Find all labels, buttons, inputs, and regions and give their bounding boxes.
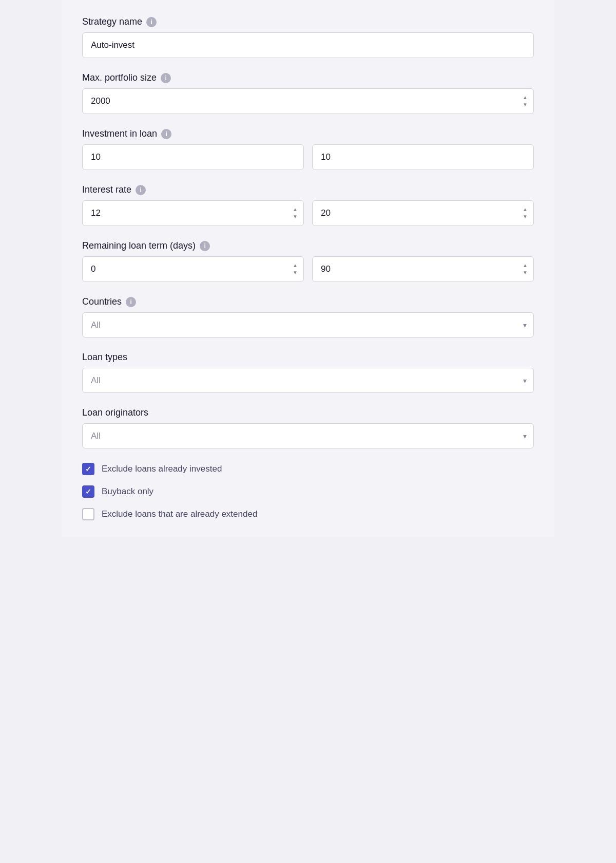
checkbox-item-buyback-only[interactable]: ✓ Buyback only bbox=[82, 485, 534, 498]
countries-group: Countries i All ▾ bbox=[82, 296, 534, 337]
loan-types-select-wrapper: All ▾ bbox=[82, 368, 534, 393]
checkbox-exclude-already-invested[interactable]: ✓ bbox=[82, 463, 94, 475]
interest-rate-info-icon[interactable]: i bbox=[136, 185, 146, 195]
remaining-loan-term-max-input[interactable] bbox=[312, 256, 534, 282]
max-portfolio-size-increment[interactable]: ▲ bbox=[522, 95, 529, 101]
investment-in-loan-label-text: Investment in loan bbox=[82, 128, 157, 139]
remaining-loan-term-max-increment[interactable]: ▲ bbox=[522, 262, 529, 269]
loan-originators-group: Loan originators All ▾ bbox=[82, 407, 534, 448]
strategy-name-label: Strategy name i bbox=[82, 16, 534, 27]
checkboxes-group: ✓ Exclude loans already invested ✓ Buyba… bbox=[82, 463, 534, 520]
interest-rate-max-spinner-buttons: ▲ ▼ bbox=[522, 207, 529, 220]
loan-types-group: Loan types All ▾ bbox=[82, 352, 534, 393]
countries-label-text: Countries bbox=[82, 296, 122, 307]
countries-select-wrapper: All ▾ bbox=[82, 312, 534, 337]
loan-originators-label-text: Loan originators bbox=[82, 407, 148, 418]
interest-rate-label: Interest rate i bbox=[82, 184, 534, 195]
interest-rate-min-spinner-buttons: ▲ ▼ bbox=[292, 207, 299, 220]
interest-rate-group: Interest rate i ▲ ▼ ▲ ▼ bbox=[82, 184, 534, 226]
loan-originators-select-wrapper: All ▾ bbox=[82, 423, 534, 448]
interest-rate-min-wrapper: ▲ ▼ bbox=[82, 200, 304, 226]
max-portfolio-size-info-icon[interactable]: i bbox=[161, 73, 171, 83]
remaining-loan-term-min-input[interactable] bbox=[82, 256, 304, 282]
remaining-loan-term-max-spinner-buttons: ▲ ▼ bbox=[522, 262, 529, 276]
strategy-name-group: Strategy name i bbox=[82, 16, 534, 58]
checkbox-label-buyback-only: Buyback only bbox=[102, 486, 153, 497]
interest-rate-max-increment[interactable]: ▲ bbox=[522, 207, 529, 213]
remaining-loan-term-group: Remaining loan term (days) i ▲ ▼ ▲ ▼ bbox=[82, 240, 534, 282]
investment-in-loan-max-input[interactable] bbox=[312, 144, 534, 170]
countries-info-icon[interactable]: i bbox=[126, 297, 136, 307]
checkbox-buyback-only[interactable]: ✓ bbox=[82, 485, 94, 498]
loan-types-label-text: Loan types bbox=[82, 352, 127, 363]
countries-label: Countries i bbox=[82, 296, 534, 307]
max-portfolio-size-group: Max. portfolio size i ▲ ▼ bbox=[82, 72, 534, 114]
checkbox-item-exclude-already-invested[interactable]: ✓ Exclude loans already invested bbox=[82, 463, 534, 475]
max-portfolio-size-decrement[interactable]: ▼ bbox=[522, 102, 529, 108]
remaining-loan-term-max-decrement[interactable]: ▼ bbox=[522, 270, 529, 276]
strategy-name-input[interactable] bbox=[82, 32, 534, 58]
interest-rate-min-decrement[interactable]: ▼ bbox=[292, 214, 299, 220]
strategy-name-label-text: Strategy name bbox=[82, 16, 142, 27]
investment-in-loan-row bbox=[82, 144, 534, 170]
interest-rate-label-text: Interest rate bbox=[82, 184, 131, 195]
investment-in-loan-group: Investment in loan i bbox=[82, 128, 534, 170]
checkbox-item-exclude-already-extended[interactable]: Exclude loans that are already extended bbox=[82, 508, 534, 520]
strategy-form: Strategy name i Max. portfolio size i ▲ … bbox=[62, 0, 554, 537]
interest-rate-max-decrement[interactable]: ▼ bbox=[522, 214, 529, 220]
remaining-loan-term-min-spinner-buttons: ▲ ▼ bbox=[292, 262, 299, 276]
checkbox-label-exclude-already-extended: Exclude loans that are already extended bbox=[102, 509, 257, 519]
interest-rate-row: ▲ ▼ ▲ ▼ bbox=[82, 200, 534, 226]
loan-types-label: Loan types bbox=[82, 352, 534, 363]
max-portfolio-size-spinner-buttons: ▲ ▼ bbox=[522, 95, 529, 108]
remaining-loan-term-label: Remaining loan term (days) i bbox=[82, 240, 534, 251]
remaining-loan-term-row: ▲ ▼ ▲ ▼ bbox=[82, 256, 534, 282]
max-portfolio-size-input[interactable] bbox=[82, 88, 534, 114]
interest-rate-max-wrapper: ▲ ▼ bbox=[312, 200, 534, 226]
remaining-loan-term-min-decrement[interactable]: ▼ bbox=[292, 270, 299, 276]
interest-rate-max-input[interactable] bbox=[312, 200, 534, 226]
loan-originators-label: Loan originators bbox=[82, 407, 534, 418]
loan-types-select[interactable]: All bbox=[82, 368, 534, 393]
max-portfolio-size-label: Max. portfolio size i bbox=[82, 72, 534, 83]
investment-in-loan-max-wrapper bbox=[312, 144, 534, 170]
remaining-loan-term-min-increment[interactable]: ▲ bbox=[292, 262, 299, 269]
checkbox-exclude-already-extended[interactable] bbox=[82, 508, 94, 520]
investment-in-loan-min-input[interactable] bbox=[82, 144, 304, 170]
max-portfolio-size-spinner: ▲ ▼ bbox=[82, 88, 534, 114]
max-portfolio-size-label-text: Max. portfolio size bbox=[82, 72, 157, 83]
loan-originators-select[interactable]: All bbox=[82, 423, 534, 448]
checkmark-icon: ✓ bbox=[85, 465, 91, 473]
investment-in-loan-info-icon[interactable]: i bbox=[161, 129, 171, 139]
strategy-name-info-icon[interactable]: i bbox=[146, 17, 157, 27]
remaining-loan-term-label-text: Remaining loan term (days) bbox=[82, 240, 196, 251]
investment-in-loan-min-wrapper bbox=[82, 144, 304, 170]
checkbox-label-exclude-already-invested: Exclude loans already invested bbox=[102, 464, 222, 474]
countries-select[interactable]: All bbox=[82, 312, 534, 337]
investment-in-loan-label: Investment in loan i bbox=[82, 128, 534, 139]
remaining-loan-term-info-icon[interactable]: i bbox=[200, 241, 210, 251]
checkmark-icon: ✓ bbox=[85, 487, 91, 496]
remaining-loan-term-max-wrapper: ▲ ▼ bbox=[312, 256, 534, 282]
remaining-loan-term-min-wrapper: ▲ ▼ bbox=[82, 256, 304, 282]
interest-rate-min-input[interactable] bbox=[82, 200, 304, 226]
interest-rate-min-increment[interactable]: ▲ bbox=[292, 207, 299, 213]
